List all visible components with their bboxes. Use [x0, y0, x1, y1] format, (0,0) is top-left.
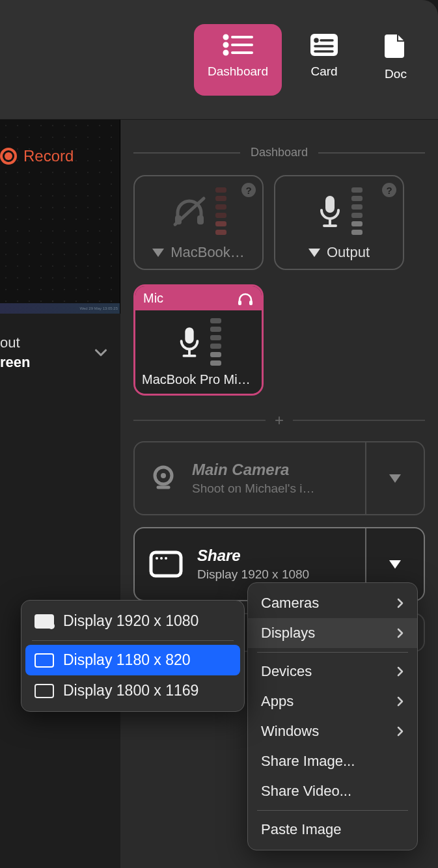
chevron-right-icon: [396, 666, 404, 677]
ctx-item-displays[interactable]: Displays: [248, 618, 417, 648]
divider: [133, 152, 240, 154]
display-icon: [34, 614, 54, 629]
layout-line1: out: [0, 333, 91, 353]
svg-rect-6: [310, 34, 338, 56]
ctx-item-share-image[interactable]: Share Image...: [248, 746, 417, 776]
tab-dashboard[interactable]: Dashboard: [194, 24, 282, 96]
ctx-item-windows[interactable]: Windows: [248, 716, 417, 746]
record-icon: [0, 148, 17, 165]
camera-icon: [149, 464, 178, 493]
tab-doc[interactable]: Doc: [366, 24, 425, 96]
dashboard-section-header: Dashboard: [133, 146, 425, 159]
ctx-item-cameras[interactable]: Cameras: [248, 588, 417, 618]
add-source-row[interactable]: +: [133, 411, 425, 429]
source-camera-sub: Shoot on Michael's i…: [192, 481, 314, 496]
help-icon[interactable]: ?: [382, 183, 396, 197]
svg-point-23: [161, 473, 166, 478]
display-option-1180x820[interactable]: Display 1180 x 820: [25, 645, 240, 675]
ctx-cameras-label: Cameras: [261, 595, 319, 612]
svg-rect-12: [197, 215, 204, 224]
layout-selector[interactable]: out reen: [0, 314, 120, 381]
display-option-1920x1080[interactable]: Display 1920 x 1080: [25, 606, 240, 636]
dashboard-title: Dashboard: [251, 146, 308, 159]
share-context-menu: Cameras Displays Devices Apps Windows Sh…: [247, 582, 418, 850]
layout-text: out reen: [0, 333, 91, 372]
window-icon: [149, 550, 183, 578]
triangle-down-icon: [308, 249, 320, 257]
mic-header-label: Mic: [143, 291, 163, 306]
audio-devices-row: ? MacBook…: [133, 175, 425, 270]
ctx-displays-label: Displays: [261, 625, 315, 642]
source-share-sub: Display 1920 x 1080: [197, 567, 309, 582]
triangle-down-icon: [152, 249, 164, 257]
display-1920-label: Display 1920 x 1080: [63, 612, 198, 630]
triangle-down-icon: [389, 560, 401, 569]
record-label: Record: [23, 147, 74, 165]
svg-point-7: [315, 39, 318, 42]
svg-point-0: [224, 35, 227, 38]
svg-point-27: [165, 557, 167, 560]
tab-card-label: Card: [310, 64, 337, 79]
vu-meter: [210, 318, 221, 366]
displays-submenu: Display 1920 x 1080 Display 1180 x 820 D…: [21, 600, 245, 712]
help-icon[interactable]: ?: [241, 183, 256, 197]
ctx-item-paste-image[interactable]: Paste Image: [248, 815, 417, 845]
source-camera-dropdown[interactable]: [365, 442, 424, 514]
audio-macbook-label: MacBook…: [171, 244, 245, 261]
display-1800-label: Display 1800 x 1169: [63, 682, 198, 699]
app-window: Dashboard Card Doc: [0, 0, 438, 868]
top-tabs: Dashboard Card Doc: [0, 0, 438, 120]
mic-tile[interactable]: Mic: [133, 284, 264, 396]
microphone-icon: [316, 195, 344, 228]
triangle-down-icon: [389, 474, 401, 483]
microphone-icon: [176, 326, 202, 359]
svg-rect-19: [185, 327, 193, 344]
menu-separator: [257, 652, 408, 653]
chevron-right-icon: [396, 597, 404, 609]
ctx-item-devices[interactable]: Devices: [248, 657, 417, 686]
preview-timestamp: Wed 29 May 13:05:25: [79, 306, 118, 310]
audio-tile-output[interactable]: ? Output: [274, 175, 404, 270]
headphones-icon: [237, 292, 254, 306]
display-1180-label: Display 1180 x 820: [63, 651, 191, 669]
ctx-item-apps[interactable]: Apps: [248, 686, 417, 716]
divider: [133, 420, 266, 421]
ctx-share-image-label: Share Image...: [261, 753, 355, 770]
divider: [293, 420, 425, 421]
vu-meter: [215, 187, 226, 235]
divider: [318, 152, 425, 154]
svg-rect-24: [151, 552, 181, 576]
tab-dashboard-label: Dashboard: [208, 64, 268, 79]
record-button[interactable]: Record: [0, 147, 74, 165]
menu-separator: [32, 640, 234, 641]
chevron-down-icon: [91, 343, 111, 362]
ctx-item-share-video[interactable]: Share Video...: [248, 776, 417, 806]
card-icon: [310, 33, 338, 57]
mic-name-label: MacBook Pro Mic…: [142, 372, 255, 387]
ctx-devices-label: Devices: [261, 663, 312, 680]
chevron-right-icon: [396, 726, 404, 737]
chevron-right-icon: [396, 627, 404, 639]
source-share-title: Share: [197, 547, 309, 565]
source-tile-camera[interactable]: Main Camera Shoot on Michael's i…: [133, 441, 425, 515]
mic-tile-header: Mic: [135, 286, 262, 310]
audio-tile-macbook[interactable]: ? MacBook…: [133, 175, 264, 270]
display-icon: [34, 684, 54, 698]
svg-rect-18: [249, 301, 253, 305]
display-option-1800x1169[interactable]: Display 1800 x 1169: [25, 675, 240, 706]
audio-output-label: Output: [327, 244, 370, 261]
tab-card[interactable]: Card: [295, 24, 353, 96]
layout-line2: reen: [0, 353, 91, 372]
svg-point-4: [224, 51, 227, 54]
ctx-windows-label: Windows: [261, 723, 319, 740]
svg-point-2: [224, 43, 227, 46]
doc-icon: [385, 33, 407, 59]
svg-rect-14: [325, 196, 335, 213]
preview-area: Record Wed 29 May 13:05:25: [0, 120, 120, 314]
ctx-apps-label: Apps: [261, 693, 294, 710]
ctx-paste-image-label: Paste Image: [261, 821, 342, 838]
svg-rect-17: [238, 301, 241, 305]
left-panel: Record Wed 29 May 13:05:25 out reen: [0, 120, 120, 868]
source-camera-title: Main Camera: [192, 461, 314, 479]
list-icon: [222, 33, 254, 57]
